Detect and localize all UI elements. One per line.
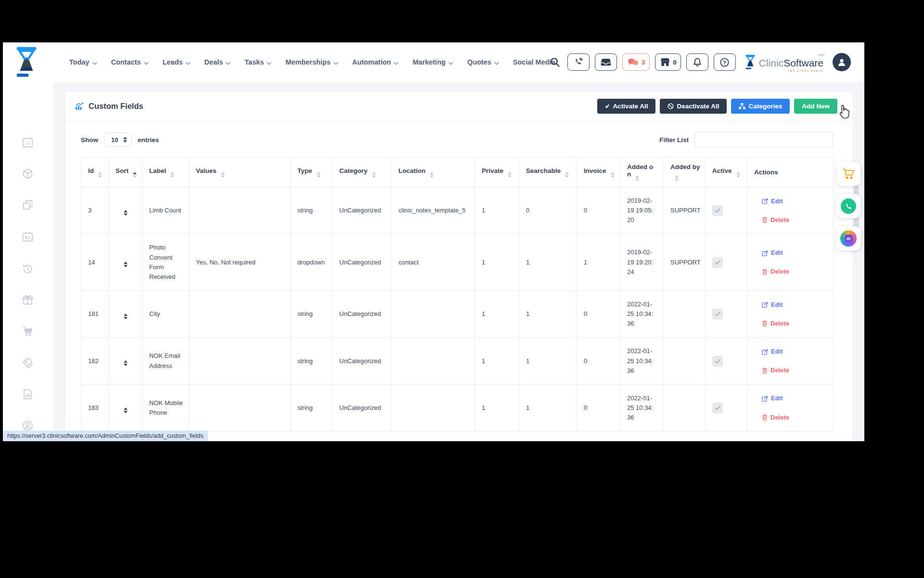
active-checkbox[interactable] [712,205,723,216]
inbox-button[interactable] [595,53,617,71]
nav-item-tasks[interactable]: Tasks [244,58,271,66]
nav-item-deals[interactable]: Deals [205,58,231,66]
calendar-return-icon[interactable] [20,229,35,244]
column-header-label[interactable]: Label [142,158,189,187]
edit-icon [762,250,768,256]
column-header-active[interactable]: Active [706,158,747,187]
phone-button[interactable] [567,53,590,71]
cell-private: 1 [475,290,519,337]
chart-icon [75,102,84,111]
header-actions: 3 0 ? [550,42,851,82]
shop-dock-button[interactable] [836,162,860,186]
column-header-id[interactable]: Id [81,158,109,187]
whatsapp-dock-button[interactable] [836,194,860,218]
cell-values [189,290,291,337]
cell-sort[interactable] [109,338,142,384]
nav-item-leads[interactable]: Leads [163,58,191,66]
copy-icon[interactable] [20,197,35,212]
cell-added_on: 2022-01-25 10:34:36 [620,290,664,337]
column-header-location[interactable]: Location [392,158,475,187]
reorder-handle-icon[interactable] [124,360,128,366]
cell-id: 14 [81,234,109,291]
column-header-added-on[interactable]: Added on [620,158,664,187]
nav-item-marketing[interactable]: Marketing [412,58,453,66]
column-header-private[interactable]: Private [475,158,519,187]
cell-sort[interactable] [109,234,142,291]
active-checkbox[interactable] [712,309,723,319]
column-header-sort[interactable]: Sort [109,158,142,187]
deactivate-all-button[interactable]: Deactivate All [660,99,727,114]
cell-id: 182 [81,338,109,384]
clinicsoftware-hourglass-logo[interactable] [13,45,39,81]
chat-count-badge: 3 [642,59,645,66]
tags-icon[interactable] [20,355,35,370]
edit-link[interactable]: Edit [762,347,783,356]
calendar-icon[interactable]: 12 [20,135,35,149]
search-icon[interactable] [550,57,560,67]
categories-button[interactable]: Categories [731,99,790,114]
package-icon[interactable] [20,166,35,181]
nav-item-today[interactable]: Today [69,58,97,66]
edit-link[interactable]: Edit [762,248,783,258]
cart-icon[interactable] [20,324,35,338]
cell-sort[interactable] [109,384,142,431]
reorder-handle-icon[interactable] [124,210,128,216]
cell-type: dropdown [291,234,333,291]
user-avatar[interactable] [833,53,851,71]
activate-all-button[interactable]: ✔ Activate All [597,99,655,114]
help-button[interactable]: ? [714,53,736,71]
column-header-added-by[interactable]: Added by [664,158,706,187]
active-checkbox[interactable] [712,403,723,413]
cell-sort[interactable] [109,290,142,337]
column-header-invoice[interactable]: Invoice [577,158,620,187]
chat-button[interactable]: 3 [622,53,649,71]
nav-item-social-media[interactable]: Social Media [513,58,555,66]
store-button[interactable]: 0 [655,53,681,71]
delete-link[interactable]: Delete [762,319,789,328]
column-header-values[interactable]: Values [189,158,291,187]
trash-icon [762,368,768,374]
edit-link[interactable]: Edit [762,197,783,206]
history-icon[interactable] [20,262,35,276]
ai-dock-button[interactable]: AI [836,226,860,250]
trash-icon [762,269,768,275]
column-header-type[interactable]: Type [291,158,333,187]
cell-label: Photo Consent Form Received [142,234,189,291]
add-new-button[interactable]: Add New [794,99,837,114]
cell-actions: EditDelete [747,290,834,337]
delete-link[interactable]: Delete [762,267,789,276]
reorder-handle-icon[interactable] [124,262,128,267]
cell-active [706,234,747,291]
delete-link[interactable]: Delete [762,366,789,375]
delete-link[interactable]: Delete [762,215,789,225]
page-size-select[interactable]: 10 [104,132,132,147]
nav-item-memberships[interactable]: Memberships [285,58,338,66]
nav-item-quotes[interactable]: Quotes [467,58,499,66]
notifications-button[interactable] [686,53,708,71]
table-header-row: IdSortLabelValuesTypeCategoryLocationPri… [81,158,834,187]
cell-sort[interactable] [109,187,142,234]
filter-input[interactable] [694,132,833,147]
main-nav: TodayContactsLeadsDealsTasksMembershipsA… [69,42,555,82]
nav-item-automation[interactable]: Automation [352,58,399,66]
reorder-handle-icon[interactable] [124,314,128,319]
cell-label: City [142,290,189,337]
clinicsoftware-wordmark[interactable]: ClinicSoftware.comTEN STEPS AHEAD [744,54,823,70]
report-icon[interactable] [20,387,35,401]
nav-item-contacts[interactable]: Contacts [111,58,149,66]
reorder-handle-icon[interactable] [124,407,128,413]
column-header-category[interactable]: Category [333,158,392,187]
active-checkbox[interactable] [712,356,723,367]
cell-active [706,187,747,234]
edit-link[interactable]: Edit [762,394,783,403]
store-count-badge: 0 [673,59,677,66]
chevron-down-icon [144,59,149,66]
column-header-searchable[interactable]: Searchable [519,158,577,187]
show-label: Show [81,136,98,144]
active-checkbox[interactable] [712,257,723,268]
delete-link[interactable]: Delete [762,413,789,422]
cell-added_by: SUPPORT [664,187,706,234]
edit-link[interactable]: Edit [762,300,783,310]
gift-icon[interactable] [20,292,35,307]
sort-arrows-icon [635,175,639,181]
